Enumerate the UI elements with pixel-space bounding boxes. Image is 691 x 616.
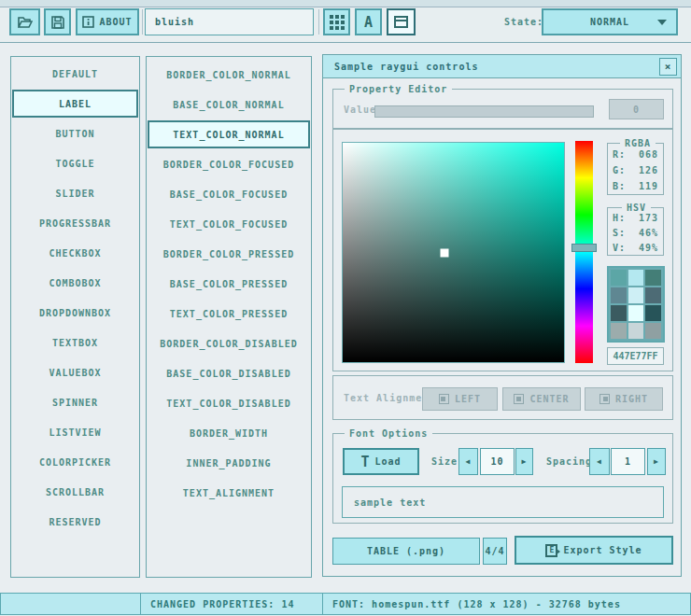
sample-text-box[interactable]: sample text: [342, 486, 664, 518]
color-swatch[interactable]: [645, 287, 661, 303]
sidebar-item-colorpicker[interactable]: COLORPICKER: [12, 448, 138, 476]
controls-window-toggle-button[interactable]: [387, 8, 416, 35]
spacing-value-box[interactable]: 1: [611, 448, 645, 475]
sidebar-item-dropdownbox[interactable]: DROPDOWNBOX: [12, 299, 138, 327]
property-item[interactable]: TEXT_COLOR_DISABLED: [148, 389, 310, 417]
s-value: 46%: [639, 228, 658, 238]
color-swatch[interactable]: [645, 270, 661, 286]
hue-bar[interactable]: [575, 141, 593, 363]
property-item[interactable]: BORDER_COLOR_PRESSED: [148, 240, 310, 268]
align-center-icon: [514, 394, 524, 404]
save-icon: [51, 16, 64, 29]
spinner-right-icon: ▶: [654, 457, 659, 466]
spacing-decrement-button[interactable]: ◀: [589, 448, 610, 475]
sample-controls-window: Sample raygui controls × Property Editor…: [322, 54, 682, 577]
size-decrement-button[interactable]: ◀: [458, 448, 478, 475]
about-button-label: ABOUT: [99, 17, 132, 27]
open-style-button[interactable]: [9, 8, 40, 35]
table-png-button[interactable]: TABLE (.png): [332, 538, 480, 565]
property-item[interactable]: BASE_COLOR_FOCUSED: [148, 180, 310, 208]
sidebar-item-textbox[interactable]: TEXTBOX: [12, 329, 138, 357]
sample-window-titlebar[interactable]: Sample raygui controls: [323, 55, 681, 78]
toolbar-top-strip: [0, 0, 691, 7]
sidebar-item-button[interactable]: BUTTON: [12, 119, 138, 147]
sidebar-item-checkbox[interactable]: CHECKBOX: [12, 239, 138, 267]
g-label: G:: [613, 165, 626, 175]
size-value: 10: [490, 456, 503, 467]
about-button[interactable]: ABOUT: [76, 8, 139, 35]
save-style-button[interactable]: [44, 8, 71, 35]
color-picker-marker[interactable]: [441, 248, 449, 257]
sidebar-item-spinner[interactable]: SPINNER: [12, 388, 138, 416]
sidebar-item-progressbar[interactable]: PROGRESSBAR: [12, 209, 138, 237]
property-item[interactable]: TEXT_ALIGNMENT: [148, 479, 310, 507]
value-slider[interactable]: [374, 105, 594, 118]
changed-properties-text: CHANGED PROPERTIES: 14: [150, 599, 294, 609]
align-right-label: RIGHT: [615, 394, 648, 404]
font-view-button[interactable]: A: [355, 8, 382, 35]
property-item[interactable]: BASE_COLOR_PRESSED: [148, 270, 310, 298]
close-button[interactable]: ×: [659, 58, 677, 76]
property-editor-title: Property Editor: [345, 84, 452, 94]
r-label: R:: [613, 149, 626, 160]
b-value: 119: [639, 181, 658, 191]
style-name-input[interactable]: [145, 8, 314, 35]
property-item[interactable]: BORDER_COLOR_NORMAL: [148, 61, 310, 89]
value-button[interactable]: 0: [609, 99, 664, 119]
sidebar-item-slider[interactable]: SLIDER: [12, 179, 138, 207]
property-item[interactable]: TEXT_COLOR_FOCUSED: [148, 210, 310, 238]
property-item[interactable]: INNER_PADDING: [148, 449, 310, 477]
load-font-button[interactable]: T Load: [343, 448, 419, 475]
color-gradient-picker[interactable]: [342, 142, 565, 363]
export-style-button[interactable]: E Export Style: [515, 536, 673, 565]
color-swatch[interactable]: [628, 270, 644, 286]
align-center-label: CENTER: [529, 394, 569, 404]
color-swatch[interactable]: [628, 305, 644, 321]
property-item-selected[interactable]: TEXT_COLOR_NORMAL: [148, 120, 310, 148]
spinner-left-icon: ◀: [466, 457, 472, 466]
align-right-button[interactable]: RIGHT: [585, 387, 663, 411]
color-swatch[interactable]: [628, 287, 644, 303]
sidebar-item-toggle[interactable]: TOGGLE: [12, 149, 138, 177]
color-swatch[interactable]: [645, 323, 661, 339]
controls-listview: DEFAULT LABEL BUTTON TOGGLE SLIDER PROGR…: [10, 56, 140, 578]
size-increment-button[interactable]: ▶: [515, 448, 533, 475]
sidebar-item-valuebox[interactable]: VALUEBOX: [12, 358, 138, 386]
b-label: B:: [613, 181, 626, 191]
property-item[interactable]: BASE_COLOR_DISABLED: [148, 359, 310, 387]
info-icon: [82, 16, 94, 28]
sidebar-item-combobox[interactable]: COMBOBOX: [12, 269, 138, 297]
color-swatch[interactable]: [628, 323, 644, 339]
size-value-box[interactable]: 10: [480, 448, 515, 475]
property-item[interactable]: BORDER_WIDTH: [148, 419, 310, 447]
s-label: S:: [613, 228, 626, 238]
value-button-label: 0: [633, 105, 640, 115]
v-label: V:: [613, 243, 626, 253]
sidebar-item-listview[interactable]: LISTVIEW: [12, 418, 138, 446]
property-item[interactable]: BORDER_COLOR_DISABLED: [148, 329, 310, 357]
property-item[interactable]: BORDER_COLOR_FOCUSED: [148, 150, 310, 178]
sample-text: sample text: [354, 497, 426, 508]
state-dropdown[interactable]: NORMAL: [542, 8, 678, 35]
hex-color-value[interactable]: 447E77FF: [607, 347, 664, 365]
color-swatch[interactable]: [611, 287, 627, 303]
spacing-increment-button[interactable]: ▶: [647, 448, 666, 475]
color-swatch[interactable]: [611, 270, 627, 286]
export-icon-letter: E: [549, 546, 554, 554]
property-item[interactable]: TEXT_COLOR_PRESSED: [148, 300, 310, 328]
align-center-button[interactable]: CENTER: [502, 387, 581, 411]
sidebar-item-label[interactable]: LABEL: [12, 90, 138, 118]
hue-slider-handle[interactable]: [571, 244, 597, 252]
style-table-view-button[interactable]: [323, 8, 350, 35]
align-left-button[interactable]: LEFT: [422, 387, 498, 411]
h-label: H:: [613, 213, 626, 223]
export-format-counter[interactable]: 4/4: [483, 538, 507, 565]
sidebar-item-reserved[interactable]: RESERVED: [12, 508, 138, 536]
color-swatch[interactable]: [611, 305, 627, 321]
sidebar-item-default[interactable]: DEFAULT: [12, 60, 138, 88]
window-icon: [394, 16, 408, 28]
color-swatch[interactable]: [611, 323, 627, 339]
sidebar-item-scrollbar[interactable]: SCROLLBAR: [12, 478, 138, 506]
color-swatch[interactable]: [645, 305, 661, 321]
property-item[interactable]: BASE_COLOR_NORMAL: [148, 91, 310, 119]
